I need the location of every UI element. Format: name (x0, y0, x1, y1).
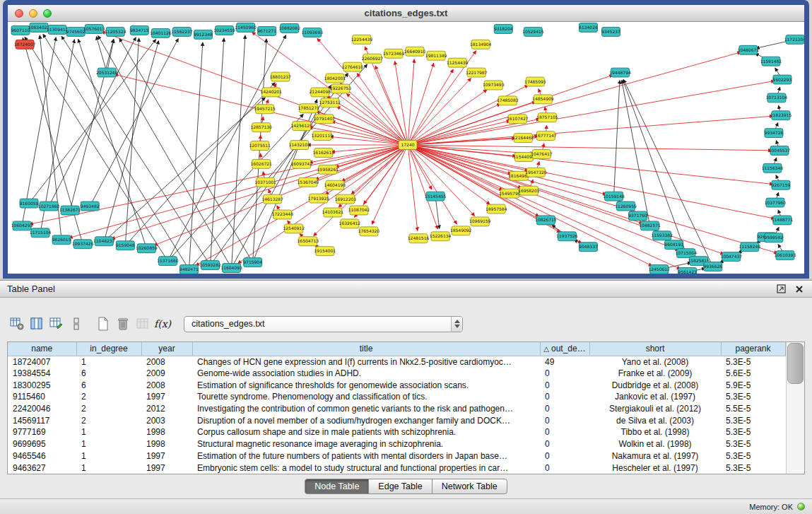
graph-node[interactable]: 19226753 (330, 84, 352, 93)
graph-node[interactable]: 19448794 (609, 68, 631, 77)
dropdown-stepper-icon[interactable] (451, 317, 462, 332)
graph-node[interactable]: 11604093 (220, 264, 242, 273)
graph-node[interactable]: 11254439 (447, 58, 469, 67)
column-visibility-button[interactable] (27, 314, 47, 334)
graph-node[interactable]: 11260959 (615, 201, 637, 211)
graph-node[interactable]: 14256129 (290, 122, 312, 131)
graph-node[interactable]: 10604293 (11, 221, 33, 230)
graph-node[interactable]: 16777147 (535, 132, 557, 141)
graph-node[interactable]: 12217987 (466, 68, 488, 77)
graph-node[interactable]: 12254439 (351, 35, 373, 44)
column-header-pagerank[interactable]: pagerank (721, 342, 785, 356)
table-row[interactable]: 946554611997Estimation of the future num… (8, 450, 785, 462)
graph-node[interactable]: 10529415 (522, 27, 544, 36)
graph-node[interactable]: 10482571 (639, 221, 661, 230)
graph-node[interactable]: 18549092 (450, 226, 472, 235)
graph-node[interactable]: 17223448 (271, 210, 293, 219)
table-vertical-scrollbar[interactable] (786, 342, 805, 474)
tab-edge-table[interactable]: Edge Table (368, 479, 432, 494)
graph-node[interactable]: 22606927 (362, 54, 384, 63)
graph-node[interactable]: 14613287 (261, 194, 283, 204)
graph-node[interactable]: 14604198 (324, 180, 346, 189)
graph-node[interactable]: 16958201 (518, 186, 540, 195)
graph-node[interactable]: 11156348 (762, 163, 784, 173)
graph-node[interactable]: 10593282 (199, 261, 221, 270)
graph-node[interactable]: 17485093 (524, 77, 546, 86)
graph-node[interactable]: 12164468 (512, 134, 534, 143)
graph-node[interactable]: 9345237 (601, 27, 620, 36)
window-titlebar[interactable]: citations_edges.txt (8, 5, 804, 22)
edit-table-button[interactable] (47, 314, 66, 334)
graph-node[interactable]: 9602293 (773, 75, 792, 84)
graph-node[interactable]: 19154001 (314, 247, 336, 256)
graph-node[interactable]: 12450612 (648, 265, 670, 274)
graph-node[interactable]: 15723469 (383, 49, 405, 58)
graph-node[interactable]: 11488771 (772, 216, 794, 225)
graph-node[interactable]: 9160059 (20, 199, 39, 208)
graph-node[interactable]: 10476417 (531, 149, 553, 158)
graph-node[interactable]: 18724007 (14, 40, 36, 49)
graph-node[interactable]: 10047437 (721, 252, 743, 262)
table-options-button[interactable] (7, 314, 27, 334)
graph-node[interactable]: 17913925 (308, 194, 330, 203)
graph-node[interactable]: 10969159 (469, 217, 491, 226)
graph-node[interactable]: 9934726 (765, 129, 784, 138)
graph-node[interactable]: 19811349 (425, 51, 447, 60)
graph-node[interactable]: 11309412 (47, 25, 69, 34)
graph-node[interactable]: 10973493 (483, 81, 505, 90)
graph-node[interactable]: 9599582 (765, 233, 784, 243)
graph-node[interactable]: 9834715 (130, 25, 149, 35)
table-row[interactable]: 1872400712008Changes of HCN gene express… (8, 356, 785, 368)
graph-node[interactable]: 9159048 (116, 241, 135, 250)
graph-node[interactable]: 11432100 (288, 141, 310, 150)
scrollbar-thumb[interactable] (787, 343, 804, 384)
table-selector-dropdown[interactable]: citations_edges.txt (184, 316, 463, 332)
graph-node[interactable]: 12481516 (408, 234, 430, 243)
graph-node[interactable]: 10271860 (38, 201, 60, 211)
row-format-button[interactable] (66, 314, 86, 334)
graph-node[interactable]: 8134026 (579, 23, 598, 32)
graph-node[interactable]: 11382671 (59, 206, 81, 215)
graph-node[interactable]: 10610393 (775, 251, 796, 260)
graph-node[interactable]: 14103621 (322, 208, 344, 217)
table-row[interactable]: 969969511998Structural magnetic resonanc… (8, 438, 785, 450)
table-row[interactable]: 977716911998Corpus callosum shape and si… (8, 426, 785, 438)
graph-node[interactable]: 9482471 (180, 265, 199, 274)
graph-node[interactable]: 10882082 (278, 23, 300, 33)
graph-node[interactable]: 11823915 (770, 111, 792, 120)
column-header-out_de[interactable]: △out_de… (540, 342, 589, 356)
graph-node[interactable]: 10713104 (766, 93, 788, 103)
column-header-short[interactable]: short (589, 342, 721, 356)
graph-node[interactable]: 9048337 (579, 243, 598, 252)
table-row[interactable]: 2242004622012Investigating the contribut… (8, 403, 785, 415)
graph-node[interactable]: 9715904 (243, 258, 262, 267)
graph-node[interactable]: 9493482 (81, 201, 100, 211)
graph-node[interactable]: 9912348 (194, 30, 213, 39)
table-row[interactable]: 946362711997Embryonic stem cells: a mode… (8, 462, 785, 474)
close-panel-icon[interactable] (794, 284, 805, 295)
graph-node[interactable]: 11450960 (235, 23, 257, 32)
graph-node[interactable]: 17485083 (497, 96, 519, 105)
network-view-canvas[interactable]: 1724015723469166409101981134911254439122… (8, 22, 804, 274)
graph-node[interactable]: 21244098 (310, 88, 331, 97)
float-panel-icon[interactable] (775, 284, 787, 295)
graph-node[interactable]: 18134904 (470, 40, 492, 49)
graph-node[interactable]: 9318204 (494, 24, 513, 33)
graph-node[interactable]: 11093693 (302, 28, 324, 37)
graph-node[interactable]: 12857130 (250, 123, 272, 132)
graph-node[interactable]: 13201119 (312, 132, 334, 141)
graph-node[interactable]: 9267159 (772, 180, 791, 189)
graph-node[interactable]: 11715104 (30, 228, 52, 238)
graph-node[interactable]: 16504713 (298, 237, 319, 246)
graph-node[interactable]: 17851271 (298, 104, 320, 113)
graph-node[interactable]: 18042001 (324, 74, 346, 83)
graph-node[interactable]: 10791407 (314, 115, 336, 124)
graph-node[interactable]: 10371001 (254, 177, 276, 187)
graph-node[interactable]: 16026721 (250, 159, 272, 168)
table-row[interactable]: 1830029562008Estimation of significance … (8, 379, 785, 391)
table-row[interactable]: 1938455462009Genome-wide association stu… (8, 368, 785, 380)
graph-node[interactable]: 11562237 (171, 27, 193, 36)
graph-node[interactable]: 18801237 (269, 72, 291, 81)
graph-node[interactable]: 15367049 (298, 177, 319, 187)
graph-node[interactable]: 17240 (399, 141, 417, 150)
